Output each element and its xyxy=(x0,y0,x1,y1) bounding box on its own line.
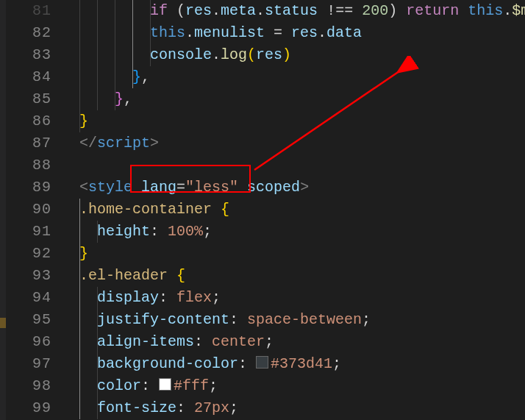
code-line[interactable]: justify-content: space-between; xyxy=(65,309,525,331)
code-line[interactable]: align-items: center; xyxy=(65,331,525,353)
token xyxy=(79,377,97,394)
line-number: 95 xyxy=(0,309,65,331)
line-number: 99 xyxy=(0,397,65,419)
code-line[interactable]: display: flex; xyxy=(65,287,525,309)
code-text: justify-content: space-between; xyxy=(65,311,371,328)
token: script xyxy=(97,135,150,152)
code-line[interactable]: if (res.meta.status !== 200) return this… xyxy=(65,0,525,22)
token: </ xyxy=(79,135,97,152)
token: ; xyxy=(332,355,341,372)
token: : xyxy=(159,289,176,306)
token: = xyxy=(176,179,185,196)
token: > xyxy=(300,179,309,196)
code-text: .el-header { xyxy=(65,267,185,284)
token: . xyxy=(256,2,265,19)
line-number: 85 xyxy=(0,88,65,110)
code-line[interactable]: </script> xyxy=(65,132,525,154)
code-text: <style lang="less" scoped> xyxy=(65,179,309,196)
token: 100% xyxy=(168,223,203,240)
line-number: 81 xyxy=(0,0,65,22)
token: style xyxy=(88,179,132,196)
token xyxy=(79,223,97,240)
code-line[interactable]: this.menulist = res.data xyxy=(65,22,525,44)
token: data xyxy=(326,24,362,41)
token xyxy=(79,399,97,416)
code-editor[interactable]: 81828384858687888990919293949596979899 i… xyxy=(0,0,525,420)
color-swatch xyxy=(256,356,268,369)
token: meta xyxy=(221,2,256,19)
token: } xyxy=(79,245,88,262)
code-text: height: 100%; xyxy=(65,223,212,240)
code-line[interactable]: .el-header { xyxy=(65,265,525,287)
token: background-color xyxy=(97,355,238,372)
token xyxy=(79,333,97,350)
token: . xyxy=(503,2,512,19)
token: ; xyxy=(229,399,238,416)
code-line[interactable]: } xyxy=(65,243,525,265)
code-line[interactable] xyxy=(65,154,525,177)
token: menulist xyxy=(194,24,265,41)
code-line[interactable]: color: #fff; xyxy=(65,375,525,397)
code-text: } xyxy=(65,113,88,129)
activity-bar-sliver xyxy=(0,0,6,420)
token: . xyxy=(318,24,326,41)
token: , xyxy=(141,68,150,85)
token: font-size xyxy=(97,399,176,416)
token: justify-content xyxy=(97,311,229,328)
token: align-items xyxy=(97,333,194,350)
code-text: }, xyxy=(65,68,150,85)
code-line[interactable]: font-size: 27px; xyxy=(65,397,525,419)
token: . xyxy=(212,2,221,19)
token: status xyxy=(265,2,318,19)
code-line[interactable]: background-color: #373d41; xyxy=(65,353,525,375)
token: ( xyxy=(247,46,256,63)
line-number: 83 xyxy=(0,44,65,66)
line-number: 88 xyxy=(0,154,65,177)
code-line[interactable]: }, xyxy=(65,88,525,110)
token xyxy=(79,46,150,63)
token: . xyxy=(185,24,194,41)
token: ; xyxy=(265,333,274,350)
token: : xyxy=(141,377,159,394)
code-text: background-color: #373d41; xyxy=(65,355,341,372)
token: 200 xyxy=(362,2,388,19)
token: : xyxy=(229,311,247,328)
code-text: }, xyxy=(65,90,132,107)
line-number: 84 xyxy=(0,66,65,88)
code-line[interactable]: }, xyxy=(65,66,525,88)
code-text: } xyxy=(65,245,88,262)
line-number: 89 xyxy=(0,177,65,199)
code-line[interactable]: .home-container { xyxy=(65,199,525,221)
token: !== xyxy=(318,2,362,19)
token: ; xyxy=(209,377,218,394)
code-text: .home-container { xyxy=(65,201,229,218)
code-text: console.log(res) xyxy=(65,46,291,63)
line-number: 86 xyxy=(0,110,65,132)
token xyxy=(238,179,247,196)
token: } xyxy=(132,68,141,85)
line-number: 93 xyxy=(0,265,65,287)
token: ( xyxy=(168,2,185,19)
code-line[interactable]: } xyxy=(65,110,525,132)
token: ) xyxy=(388,2,406,19)
code-text: font-size: 27px; xyxy=(65,399,238,416)
token: space-between xyxy=(247,311,362,328)
token xyxy=(79,2,150,19)
token: .el-header xyxy=(79,267,168,284)
token: 27px xyxy=(194,399,229,416)
token xyxy=(79,355,97,372)
token xyxy=(459,2,468,19)
code-text: color: #fff; xyxy=(65,377,218,394)
line-number: 92 xyxy=(0,243,65,265)
token: height xyxy=(97,223,150,240)
token: ; xyxy=(203,223,212,240)
line-number: 97 xyxy=(0,353,65,375)
code-line[interactable]: <style lang="less" scoped> xyxy=(65,177,525,199)
token: return xyxy=(406,2,459,19)
code-line[interactable]: height: 100%; xyxy=(65,221,525,243)
code-area[interactable]: if (res.meta.status !== 200) return this… xyxy=(65,0,525,420)
token: < xyxy=(79,179,88,196)
token: scoped xyxy=(247,179,300,196)
code-line[interactable]: console.log(res) xyxy=(65,44,525,66)
token: lang xyxy=(141,179,176,196)
